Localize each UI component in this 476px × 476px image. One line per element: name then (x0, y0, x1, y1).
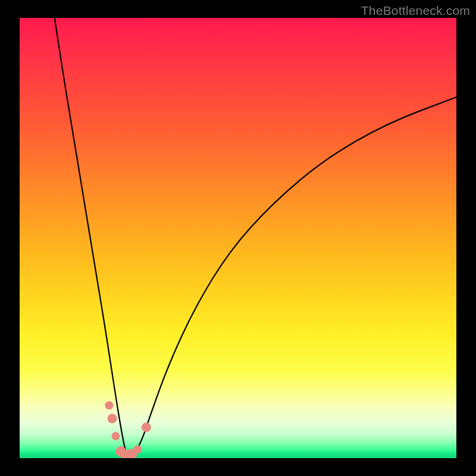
data-marker (142, 422, 151, 432)
bottleneck-curve-svg (20, 18, 456, 458)
plot-area (20, 18, 456, 458)
chart-frame: TheBottleneck.com (0, 0, 476, 476)
data-marker (133, 445, 142, 453)
data-marker (108, 414, 117, 423)
data-markers (105, 401, 151, 458)
data-marker (112, 432, 120, 440)
watermark-text: TheBottleneck.com (361, 4, 470, 18)
data-marker (105, 401, 114, 409)
bottleneck-curve (55, 18, 456, 456)
